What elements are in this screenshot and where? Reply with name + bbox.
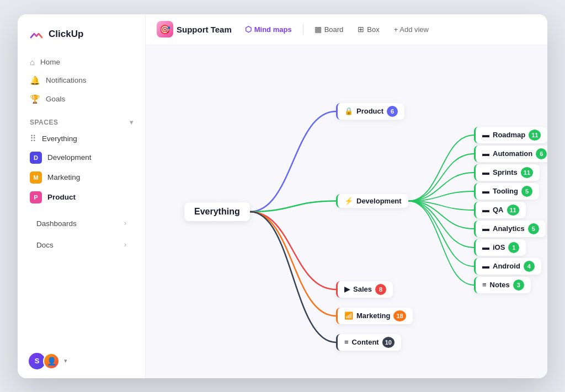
board-tab-label: Board (324, 25, 344, 34)
workspace-icon: 🎯 (157, 21, 173, 37)
workspace-name: Support Team (177, 25, 232, 34)
roadmap-count: 11 (529, 130, 541, 141)
android-count: 4 (524, 261, 535, 272)
sidebar-item-home[interactable]: ⌂ Home (24, 53, 138, 71)
tab-mindmaps[interactable]: ⬡ Mind maps (239, 22, 297, 37)
sprints-count: 11 (521, 167, 533, 178)
node-marketing[interactable]: 📶 Marketing 18 (336, 308, 413, 324)
marketing-node-label: Marketing (356, 312, 390, 320)
sidebar-item-notifications[interactable]: 🔔 Notifications (24, 71, 138, 90)
home-label: Home (40, 58, 60, 66)
sidebar-item-goals[interactable]: 🏆 Goals (24, 90, 138, 109)
qa-count: 11 (507, 205, 519, 216)
product-count: 6 (387, 106, 398, 117)
root-label: Everything (194, 207, 240, 217)
mindmap-tab-icon: ⬡ (245, 25, 252, 34)
marketing-label: Marketing (47, 173, 80, 181)
sidebar-item-marketing[interactable]: M Marketing (24, 168, 138, 187)
node-tooling[interactable]: ▬ Tooling 5 (474, 183, 539, 200)
content-icon: ≡ (344, 338, 349, 346)
notes-label: Notes (490, 281, 510, 289)
logo: ClickUp (18, 14, 145, 51)
sales-label: Sales (353, 285, 372, 293)
mindmap-canvas: Everything 🔒 Product 6 ⚡ Development ▶ S… (146, 45, 547, 378)
node-development[interactable]: ⚡ Development (336, 194, 408, 208)
development-label: Development (47, 153, 92, 162)
product-badge: P (30, 191, 42, 203)
node-roadmap[interactable]: ▬ Roadmap 11 (474, 127, 547, 143)
node-automation[interactable]: ▬ Automation 6 (474, 146, 547, 162)
add-view-button[interactable]: + Add view (388, 22, 434, 37)
avatar-photo[interactable]: 👤 (43, 353, 60, 369)
qa-label: QA (493, 206, 504, 214)
node-root[interactable]: Everything (184, 202, 250, 221)
tooling-label: Tooling (493, 187, 518, 195)
goals-label: Goals (46, 95, 65, 103)
docs-label: Docs (36, 241, 54, 249)
analytics-icon: ▬ (482, 224, 489, 233)
android-icon: ▬ (482, 262, 489, 270)
sidebar-item-product[interactable]: P Product (24, 187, 138, 207)
sidebar-item-everything[interactable]: ⠿ Everything (24, 130, 138, 148)
node-android[interactable]: ▬ Android 4 (474, 258, 541, 275)
dashboards-chevron-icon: › (124, 219, 126, 227)
marketing-badge: M (30, 171, 42, 184)
content-label: Content (352, 338, 379, 346)
product-icon: 🔒 (344, 107, 353, 115)
sidebar: ClickUp ⌂ Home 🔔 Notifications 🏆 Goals S… (18, 14, 146, 378)
node-sprints[interactable]: ▬ Sprints 11 (474, 164, 540, 181)
roadmap-label: Roadmap (493, 131, 525, 139)
notifications-label: Notifications (46, 76, 87, 84)
node-product[interactable]: 🔒 Product 6 (336, 103, 404, 120)
home-icon: ⌂ (30, 57, 35, 67)
everything-label: Everything (42, 135, 77, 143)
topbar: 🎯 Support Team ⬡ Mind maps ▦ Board ⊞ Box… (146, 14, 547, 45)
tab-board[interactable]: ▦ Board (309, 22, 349, 37)
bell-icon: 🔔 (30, 76, 40, 85)
spaces-label: Spaces (30, 119, 58, 126)
sidebar-item-docs[interactable]: Docs › (24, 235, 138, 255)
box-tab-label: Box (367, 25, 379, 34)
marketing-icon: 📶 (344, 312, 353, 320)
ios-count: 1 (508, 242, 519, 253)
sidebar-item-dashboards[interactable]: Dashboards › (24, 214, 138, 233)
notes-count: 3 (513, 280, 524, 291)
node-analytics[interactable]: ▬ Analytics 5 (474, 221, 546, 237)
automation-label: Automation (493, 149, 532, 158)
node-notes[interactable]: ≡ Notes 3 (474, 277, 531, 293)
node-qa[interactable]: ▬ QA 11 (474, 202, 526, 218)
box-tab-icon: ⊞ (358, 25, 364, 34)
node-content[interactable]: ≡ Content 10 (336, 334, 401, 351)
node-sales[interactable]: ▶ Sales 8 (336, 281, 393, 298)
docs-chevron-icon: › (124, 241, 126, 249)
product-label: Product (47, 193, 76, 201)
qa-icon: ▬ (482, 206, 489, 214)
sales-icon: ▶ (344, 285, 350, 293)
everything-icon: ⠿ (30, 133, 36, 144)
sidebar-item-development[interactable]: D Development (24, 148, 138, 168)
automation-icon: ▬ (482, 149, 489, 158)
sprints-icon: ▬ (482, 168, 489, 176)
goals-icon: 🏆 (30, 94, 40, 104)
development-badge: D (30, 152, 42, 164)
tooling-count: 5 (521, 186, 532, 197)
automation-count: 6 (536, 148, 547, 159)
node-ios[interactable]: ▬ iOS 1 (474, 239, 526, 256)
dev-icon: ⚡ (344, 197, 353, 205)
tab-box[interactable]: ⊞ Box (352, 22, 385, 37)
notes-icon: ≡ (482, 281, 487, 289)
analytics-count: 5 (528, 223, 539, 234)
spaces-chevron-icon: ▾ (130, 119, 134, 126)
android-label: Android (493, 262, 520, 270)
topbar-divider (303, 24, 303, 35)
sprints-label: Sprints (493, 168, 518, 176)
app-window: ClickUp ⌂ Home 🔔 Notifications 🏆 Goals S… (18, 14, 547, 378)
tooling-icon: ▬ (482, 187, 489, 195)
content-count: 10 (382, 337, 395, 348)
roadmap-icon: ▬ (482, 131, 489, 139)
analytics-label: Analytics (493, 224, 525, 233)
avatar-dropdown-icon[interactable]: ▾ (64, 357, 67, 364)
add-view-label: + Add view (394, 25, 429, 34)
mindmap-tab-label: Mind maps (254, 25, 292, 34)
sales-count: 8 (375, 284, 386, 295)
